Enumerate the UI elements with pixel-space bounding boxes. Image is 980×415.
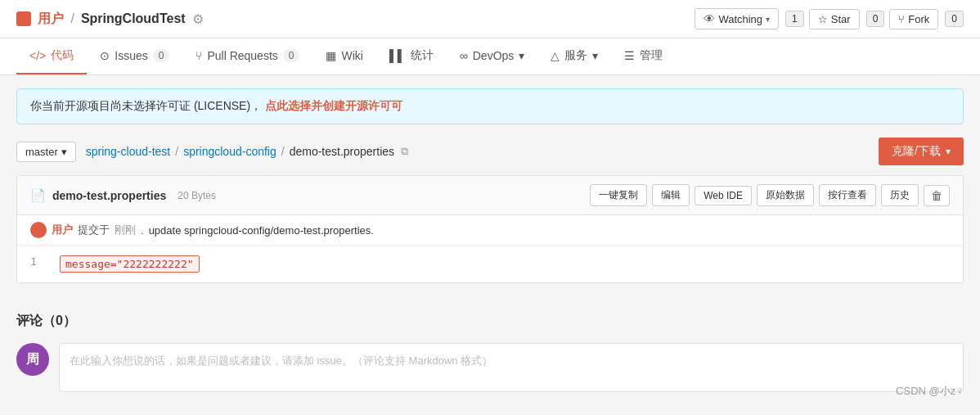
top-bar: 用户 / SpringCloudTest ⚙ 👁 Watching ▾ 1 ☆ … xyxy=(0,0,980,38)
edit-button[interactable]: 编辑 xyxy=(652,184,690,206)
fork-button[interactable]: ⑂ Fork xyxy=(889,9,938,29)
tab-services[interactable]: △ 服务 ▾ xyxy=(537,38,611,74)
copy-path-icon[interactable]: ⧉ xyxy=(401,145,408,158)
history-button[interactable]: 历史 xyxy=(881,184,919,206)
tab-issues[interactable]: ⊙ Issues 0 xyxy=(87,39,182,74)
manage-icon: ☰ xyxy=(624,49,635,62)
tab-stats[interactable]: ▌▌ 统计 xyxy=(376,38,447,74)
comment-input[interactable]: 在此输入你想说的话，如果是问题或者建议，请添加 issue。（评论支持 Mark… xyxy=(59,343,964,392)
line-view-button[interactable]: 按行查看 xyxy=(819,184,876,206)
commit-message: update springcloud-config/demo-test.prop… xyxy=(149,224,374,237)
tab-wiki[interactable]: ▦ Wiki xyxy=(312,39,375,74)
line-number-1: 1 xyxy=(30,255,47,268)
repo-separator: / xyxy=(70,11,74,26)
one-click-copy-button[interactable]: 一键复制 xyxy=(590,184,647,206)
code-icon: </> xyxy=(29,49,46,62)
commit-time: 刚刚 xyxy=(115,223,136,237)
breadcrumb-path-1[interactable]: spring-cloud-test xyxy=(86,145,171,158)
watching-dropdown-arrow: ▾ xyxy=(766,15,770,24)
branch-name: master xyxy=(25,146,58,158)
clone-download-button[interactable]: 克隆/下载 ▾ xyxy=(879,138,964,165)
star-icon: ☆ xyxy=(818,13,828,25)
settings-icon[interactable]: ⚙ xyxy=(192,11,204,27)
tab-pull-requests[interactable]: ⑂ Pull Requests 0 xyxy=(182,39,312,74)
services-icon: △ xyxy=(551,49,560,62)
commit-author: 用户 xyxy=(52,223,73,237)
breadcrumb-current-file: demo-test.properties xyxy=(290,145,394,158)
breadcrumb-row: master ▾ spring-cloud-test / springcloud… xyxy=(16,138,964,165)
devops-dropdown-arrow: ▾ xyxy=(519,49,524,62)
code-text-1: message="2222222222" xyxy=(60,255,200,273)
devops-icon: ∞ xyxy=(460,49,468,62)
license-link[interactable]: 点此选择并创建开源许可可 xyxy=(265,99,402,112)
star-button[interactable]: ☆ Star xyxy=(809,9,860,29)
stats-icon: ▌▌ xyxy=(389,49,406,62)
delete-button[interactable]: 🗑 xyxy=(924,185,950,206)
file-size: 20 Bytes xyxy=(178,190,216,201)
wiki-icon: ▦ xyxy=(326,49,336,62)
repo-title: 用户 / SpringCloudTest ⚙ xyxy=(16,11,204,28)
path-sep-2: / xyxy=(281,145,285,158)
pr-badge: 0 xyxy=(283,49,300,62)
issues-badge: 0 xyxy=(153,49,170,62)
comment-placeholder: 在此输入你想说的话，如果是问题或者建议，请添加 issue。（评论支持 Mark… xyxy=(70,354,492,367)
tab-manage[interactable]: ☰ 管理 xyxy=(611,38,676,74)
file-icon: 📄 xyxy=(30,188,46,203)
star-count: 0 xyxy=(866,11,885,27)
tab-devops[interactable]: ∞ DevOps ▾ xyxy=(447,39,538,74)
file-header: 📄 demo-test.properties 20 Bytes 一键复制 编辑 … xyxy=(17,176,963,215)
comments-title: 评论（0） xyxy=(16,313,964,330)
watermark: CSDN @小z♀ xyxy=(896,384,964,399)
file-content: 1 message="2222222222" xyxy=(17,246,963,282)
file-actions: 一键复制 编辑 Web IDE 原始数据 按行查看 历史 🗑 xyxy=(590,184,950,206)
branch-dropdown-arrow: ▾ xyxy=(61,146,67,158)
path-sep-1: / xyxy=(175,145,178,158)
commit-row: 用户 提交于 刚刚 . update springcloud-config/de… xyxy=(17,215,963,246)
repo-actions: 👁 Watching ▾ 1 ☆ Star 0 ⑂ Fork 0 xyxy=(695,8,964,29)
eye-icon: 👁 xyxy=(704,12,715,25)
commit-avatar xyxy=(30,222,47,238)
repo-name: SpringCloudTest xyxy=(81,11,186,26)
repo-owner: 用户 xyxy=(16,11,64,28)
comment-input-row: 周 在此输入你想说的话，如果是问题或者建议，请添加 issue。（评论支持 Ma… xyxy=(16,343,964,392)
raw-data-button[interactable]: 原始数据 xyxy=(757,184,814,206)
tab-code[interactable]: </> 代码 xyxy=(16,38,87,74)
watching-count: 1 xyxy=(785,11,804,27)
nav-tabs: </> 代码 ⊙ Issues 0 ⑂ Pull Requests 0 ▦ Wi… xyxy=(0,38,980,75)
main-content: 你当前开源项目尚未选择许可证 (LICENSE)， 点此选择并创建开源许可可 m… xyxy=(0,75,980,415)
code-line-1: 1 message="2222222222" xyxy=(30,255,950,273)
branch-selector[interactable]: master ▾ xyxy=(16,142,76,162)
pr-icon: ⑂ xyxy=(196,49,202,62)
breadcrumb-path-2[interactable]: springcloud-config xyxy=(183,145,276,158)
watching-button[interactable]: 👁 Watching ▾ xyxy=(695,8,779,29)
comments-section: 评论（0） 周 在此输入你想说的话，如果是问题或者建议，请添加 issue。（评… xyxy=(16,300,964,405)
comment-user-avatar: 周 xyxy=(16,343,49,376)
web-ide-button[interactable]: Web IDE xyxy=(695,186,752,205)
file-box: 📄 demo-test.properties 20 Bytes 一键复制 编辑 … xyxy=(16,175,964,283)
services-dropdown-arrow: ▾ xyxy=(592,49,598,62)
breadcrumb: master ▾ spring-cloud-test / springcloud… xyxy=(16,142,408,162)
commit-pretext: 提交于 xyxy=(78,223,110,237)
license-banner: 你当前开源项目尚未选择许可证 (LICENSE)， 点此选择并创建开源许可可 xyxy=(16,88,964,124)
file-header-left: 📄 demo-test.properties 20 Bytes xyxy=(30,188,216,203)
fork-count: 0 xyxy=(945,11,964,27)
fork-icon: ⑂ xyxy=(898,13,905,25)
commit-dot: . xyxy=(141,224,144,237)
issues-icon: ⊙ xyxy=(100,49,110,62)
clone-dropdown-arrow: ▾ xyxy=(946,146,951,157)
file-name: demo-test.properties xyxy=(52,189,166,202)
